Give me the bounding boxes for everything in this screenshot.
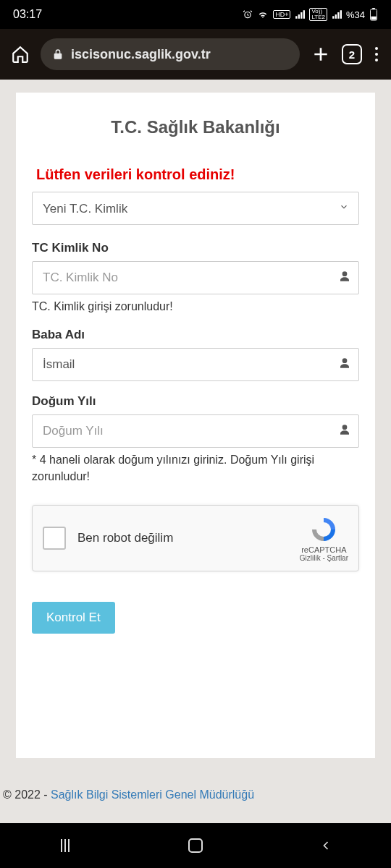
page-viewport: T.C. Sağlık Bakanlığı Lütfen verileri ko…: [0, 80, 391, 823]
status-bar: 03:17 HD+ Vo))LTE2 %34: [0, 0, 391, 29]
new-tab-button[interactable]: [310, 43, 332, 65]
nav-home-button[interactable]: [181, 831, 210, 860]
recaptcha-branding: reCAPTCHA Gizlilik - Şartlar: [300, 515, 348, 562]
user-icon: [339, 357, 350, 372]
wifi-icon: [257, 9, 269, 20]
page-title: T.C. Sağlık Bakanlığı: [32, 117, 359, 137]
recaptcha-widget: Ben robot değilim reCAPTCHA Gizlilik - Ş…: [32, 505, 359, 571]
android-nav-bar: [0, 823, 391, 868]
svg-rect-2: [372, 8, 375, 9]
recaptcha-terms-link[interactable]: Şartlar: [327, 554, 348, 562]
nav-recents-button[interactable]: [51, 831, 80, 860]
recaptcha-privacy-link[interactable]: Gizlilik: [300, 554, 321, 562]
footer-link[interactable]: Sağlık Bilgi Sistemleri Genel Müdürlüğü: [51, 788, 254, 801]
tc-input[interactable]: [32, 261, 359, 294]
yil-help: * 4 haneli olarak doğum yılınızı giriniz…: [32, 452, 359, 485]
yil-input[interactable]: [32, 414, 359, 448]
browser-toolbar: iscisonuc.saglik.gov.tr 2: [0, 29, 391, 80]
recaptcha-brand: reCAPTCHA: [300, 545, 348, 554]
recaptcha-logo-icon: [309, 515, 338, 544]
submit-button[interactable]: Kontrol Et: [32, 602, 115, 634]
signal-2-icon: [332, 9, 342, 20]
id-type-select-wrap: Yeni T.C. Kimlik: [32, 192, 359, 225]
form-card: T.C. Sağlık Bakanlığı Lütfen verileri ko…: [16, 93, 375, 758]
error-message: Lütfen verileri kontrol ediniz!: [32, 166, 359, 183]
user-icon: [339, 424, 350, 438]
status-time: 03:17: [13, 8, 243, 21]
hd-plus-icon: HD+: [273, 10, 290, 19]
nav-back-button[interactable]: [311, 831, 340, 860]
signal-icon: [295, 9, 305, 20]
tab-count: 2: [349, 48, 355, 61]
footer-copyright: © 2022 -: [3, 788, 51, 801]
id-type-select[interactable]: Yeni T.C. Kimlik: [32, 192, 359, 225]
recaptcha-label: Ben robot değilim: [77, 531, 300, 545]
svg-rect-3: [371, 17, 376, 20]
baba-field-group: Baba Adı: [32, 328, 359, 381]
yil-label: Doğum Yılı: [32, 394, 359, 409]
tc-help: TC. Kimlik girişi zorunludur!: [32, 299, 359, 315]
battery-icon: [369, 8, 378, 21]
user-icon: [339, 271, 350, 285]
browser-home-button[interactable]: [10, 44, 30, 64]
baba-input[interactable]: [32, 348, 359, 381]
recaptcha-checkbox[interactable]: [43, 527, 66, 550]
page-footer: © 2022 - Sağlık Bilgi Sistemleri Genel M…: [0, 788, 391, 801]
browser-menu-button[interactable]: [372, 44, 381, 64]
url-text: iscisonuc.saglik.gov.tr: [71, 47, 211, 62]
lock-icon: [52, 48, 64, 61]
url-bar[interactable]: iscisonuc.saglik.gov.tr: [41, 38, 300, 70]
alarm-icon: [243, 9, 253, 20]
battery-percent: %34: [346, 9, 365, 20]
baba-label: Baba Adı: [32, 328, 359, 342]
tab-switcher-button[interactable]: 2: [342, 44, 362, 64]
tc-field-group: TC Kimlik No TC. Kimlik girişi zorunludu…: [32, 241, 359, 315]
volte-icon: Vo))LTE2: [309, 8, 327, 21]
tc-label: TC Kimlik No: [32, 241, 359, 255]
status-indicators: HD+ Vo))LTE2 %34: [243, 8, 378, 21]
yil-field-group: Doğum Yılı * 4 haneli olarak doğum yılın…: [32, 394, 359, 485]
